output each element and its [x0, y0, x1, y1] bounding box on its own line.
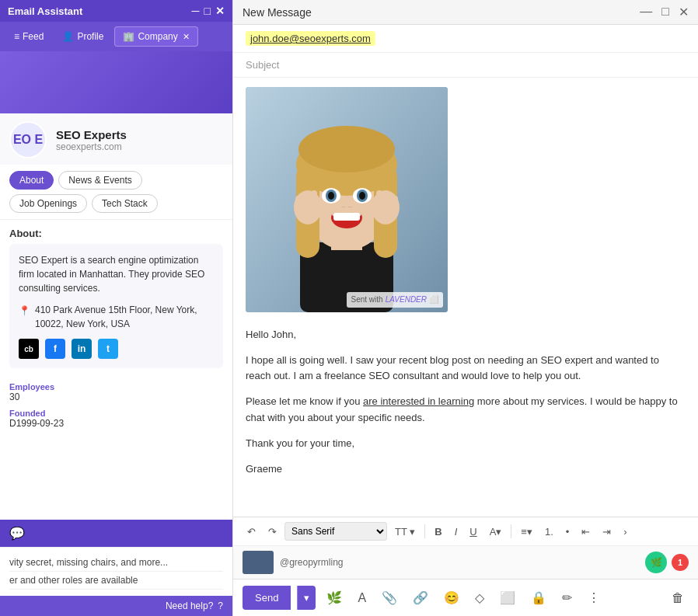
- compose-title-controls: — □ ✕: [640, 5, 689, 19]
- delete-button[interactable]: 🗑: [667, 588, 689, 608]
- svg-rect-24: [384, 192, 390, 209]
- underline-button[interactable]: U: [465, 523, 481, 541]
- redo-icon: ↷: [268, 526, 277, 538]
- social-preview-text: @greopyrmling: [280, 557, 344, 568]
- more-options-button[interactable]: ⋮: [583, 587, 605, 608]
- body-para1: I hope all is going well. I saw your rec…: [246, 353, 686, 385]
- template-icon: ◇: [475, 591, 484, 604]
- emoji-icon: 😊: [444, 591, 459, 604]
- lock-button[interactable]: 🔒: [526, 587, 551, 608]
- titlebar: Email Assistant ─ □ ✕: [0, 0, 232, 22]
- body-para3: Thank you for your time,: [246, 436, 686, 452]
- image-button[interactable]: ⬜: [495, 587, 520, 608]
- feed-item-2: er and other roles are available: [9, 572, 223, 590]
- template-button[interactable]: ◇: [470, 587, 489, 608]
- para2-before: Please let me know if you: [246, 395, 363, 407]
- attachment-button[interactable]: 📎: [377, 587, 402, 608]
- indent-less-icon: ⇤: [581, 526, 590, 538]
- tab-feed[interactable]: ≡ Feed: [6, 27, 51, 46]
- need-help-text: Need help?: [166, 600, 213, 611]
- compose-text[interactable]: Hello John, I hope all is going well. I …: [246, 327, 686, 478]
- bold-icon: B: [435, 526, 441, 538]
- compose-title: New Message: [243, 6, 312, 19]
- send-button[interactable]: Send: [243, 586, 291, 610]
- tab-company[interactable]: 🏢 Company ✕: [114, 26, 197, 47]
- svg-rect-20: [295, 196, 302, 211]
- social-thumb: [243, 551, 274, 574]
- compose-body[interactable]: Sent with LAVENDER ⬜ Hello John, I hope …: [233, 78, 698, 517]
- facebook-icon[interactable]: f: [45, 339, 65, 359]
- left-panel: Email Assistant ─ □ ✕ ≡ Feed 👤 Profile 🏢…: [0, 0, 233, 616]
- notification-badge: 1: [672, 554, 689, 571]
- feed-icon: ≡: [14, 31, 19, 42]
- feed-preview: vity secret, missing chairs, and more...…: [0, 547, 232, 596]
- svg-rect-21: [303, 192, 309, 209]
- unordered-list-button[interactable]: •: [561, 523, 574, 541]
- about-box: SEO Expert is a search engine optimizati…: [9, 244, 223, 368]
- founded-stat: Founded D1999-09-23: [9, 409, 223, 429]
- indent-less-button[interactable]: ⇤: [577, 523, 595, 541]
- compose-close-icon[interactable]: ✕: [679, 5, 689, 19]
- to-email[interactable]: john.doe@seoexperts.com: [246, 31, 375, 46]
- ordered-list-button[interactable]: 1.: [540, 523, 558, 541]
- image-icon: ⬜: [500, 591, 515, 604]
- maximize-icon[interactable]: □: [204, 5, 211, 17]
- separator-2: [511, 524, 511, 538]
- align-button[interactable]: ≡▾: [516, 523, 537, 541]
- compose-expand-icon[interactable]: □: [661, 5, 669, 19]
- minimize-icon[interactable]: ─: [192, 5, 200, 17]
- undo-button[interactable]: ↶: [243, 523, 260, 541]
- right-panel: New Message — □ ✕ john.doe@seoexperts.co…: [233, 0, 698, 616]
- tab-profile[interactable]: 👤 Profile: [54, 27, 111, 46]
- indent-more-button[interactable]: ⇥: [598, 523, 616, 541]
- tab-profile-label: Profile: [77, 31, 103, 42]
- font-size-button[interactable]: TT ▾: [390, 523, 420, 541]
- nav-tech-stack[interactable]: Tech Stack: [92, 194, 158, 213]
- titlebar-controls: ─ □ ✕: [192, 5, 225, 17]
- text-color-button[interactable]: A▾: [485, 523, 507, 541]
- compose-toolbar: ↶ ↷ Sans Serif Arial Times New Roman TT …: [233, 517, 698, 545]
- redo-button[interactable]: ↷: [263, 523, 281, 541]
- company-logo: EO E: [9, 121, 47, 158]
- feed-item-1: vity secret, missing chairs, and more...: [9, 554, 223, 572]
- linkedin-icon[interactable]: in: [72, 339, 92, 359]
- about-label: About:: [9, 228, 223, 239]
- svg-point-8: [298, 126, 395, 172]
- nav-about[interactable]: About: [9, 171, 54, 190]
- font-size-icon: TT ▾: [395, 526, 415, 538]
- bold-button[interactable]: B: [430, 523, 446, 541]
- crunchbase-icon[interactable]: cb: [19, 339, 39, 359]
- font-color-action-button[interactable]: A: [353, 588, 371, 608]
- unordered-list-icon: •: [566, 526, 570, 538]
- compose-subject[interactable]: Subject: [233, 53, 698, 78]
- toolbar-more-button[interactable]: ›: [619, 523, 631, 541]
- indent-more-icon: ⇥: [602, 526, 611, 538]
- font-family-select[interactable]: Sans Serif Arial Times New Roman: [284, 522, 387, 541]
- twitter-icon[interactable]: t: [98, 339, 118, 359]
- more-options-icon: ⋮: [588, 591, 600, 604]
- company-header: EO E SEO Experts seoexperts.com: [0, 113, 232, 165]
- body-greeting: Hello John,: [246, 327, 686, 343]
- para2-link[interactable]: are interested in learning: [363, 395, 474, 407]
- nav-news-events[interactable]: News & Events: [58, 171, 141, 190]
- location-icon: 📍: [19, 304, 30, 318]
- lavender-action-button[interactable]: 🌿: [322, 587, 347, 608]
- send-dropdown-button[interactable]: ▾: [297, 586, 316, 610]
- company-icon: 🏢: [123, 31, 134, 42]
- tab-close-icon[interactable]: ✕: [183, 32, 190, 42]
- svg-rect-17: [333, 213, 360, 221]
- align-icon: ≡▾: [521, 526, 532, 538]
- about-section: About: SEO Expert is a search engine opt…: [0, 220, 232, 376]
- emoji-button[interactable]: 😊: [439, 587, 464, 608]
- compose-minimize-icon[interactable]: —: [640, 5, 652, 19]
- italic-button[interactable]: I: [450, 523, 462, 541]
- signature-button[interactable]: ✏: [557, 587, 577, 608]
- nav-job-openings[interactable]: Job Openings: [9, 194, 87, 213]
- link-button[interactable]: 🔗: [408, 587, 433, 608]
- profile-icon: 👤: [62, 31, 74, 42]
- close-icon[interactable]: ✕: [215, 5, 225, 17]
- svg-point-13: [328, 192, 334, 200]
- bottom-bar: 💬: [0, 520, 232, 547]
- help-icon[interactable]: ?: [218, 600, 223, 611]
- compose-image: Sent with LAVENDER ⬜: [246, 87, 448, 312]
